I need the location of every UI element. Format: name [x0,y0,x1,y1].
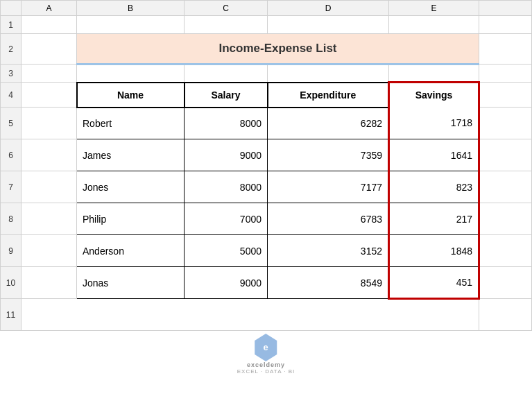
cell-8-salary: 7000 [185,203,268,235]
cell-7-salary: 8000 [185,171,268,203]
cell-8-name: Philip [77,203,185,235]
cell-6-expenditure: 7359 [268,139,389,171]
row-header-6: 6 [1,139,22,171]
col-header-d: D [268,1,389,16]
cell-7-name: Jones [77,171,185,203]
cell-7-savings: 823 [389,171,479,203]
col-header-a: A [22,1,77,16]
row-header-1: 1 [1,16,22,34]
col-header-e: E [389,1,479,16]
row-9: 9 Anderson 5000 3152 1848 [1,235,532,267]
cell-10-expenditure: 8549 [268,267,389,299]
cell-10-name: Jonas [77,267,185,299]
cell-8-savings: 217 [389,203,479,235]
row-header-8: 8 [1,203,22,235]
col-header-b: B [77,1,185,16]
row-header-9: 9 [1,235,22,267]
row-header-11: 11 [1,299,22,331]
cell-9-savings: 1848 [389,235,479,267]
svg-text:e: e [264,342,268,352]
cell-9-name: Anderson [77,235,185,267]
row-7: 7 Jones 8000 7177 823 [1,171,532,203]
row-header-2: 2 [1,34,22,65]
watermark-text-line1: exceldemy [247,361,285,368]
header-salary: Salary [185,83,268,108]
watermark-text-line2: EXCEL · DATA · BI [237,368,295,375]
row-4: 4 Name Salary Expenditure Savings [1,83,532,108]
cell-10-savings: 451 [389,267,479,299]
col-header-extra [479,1,532,16]
cell-8-expenditure: 6783 [268,203,389,235]
title-cell: Income-Expense List [77,34,479,65]
corner-cell [1,1,22,16]
cell-6-salary: 9000 [185,139,268,171]
spreadsheet: A B C D E 1 2 Income [0,0,532,394]
row-6: 6 James 9000 7359 1641 [1,139,532,171]
cell-7-expenditure: 7177 [268,171,389,203]
cell-9-salary: 5000 [185,235,268,267]
header-savings: Savings [389,83,479,108]
row-11: 11 [1,299,532,331]
row-10: 10 Jonas 9000 8549 451 [1,267,532,299]
cell-5-name: Robert [77,108,185,139]
cell-5-savings: 1718 [389,108,479,139]
row-3: 3 [1,65,532,83]
watermark-logo: e [250,331,281,361]
cell-9-expenditure: 3152 [268,235,389,267]
row-2: 2 Income-Expense List [1,34,532,65]
row-8: 8 Philip 7000 6783 217 [1,203,532,235]
header-name: Name [77,83,185,108]
row-1: 1 [1,16,532,34]
cell-6-name: James [77,139,185,171]
row-header-10: 10 [1,267,22,299]
cell-6-savings: 1641 [389,139,479,171]
cell-5-salary: 8000 [185,108,268,139]
watermark: e exceldemy EXCEL · DATA · BI [237,331,295,375]
row-header-7: 7 [1,171,22,203]
row-header-5: 5 [1,108,22,139]
row-header-4: 4 [1,83,22,108]
row-5: 5 Robert 8000 6282 1718 [1,108,532,139]
col-header-c: C [185,1,268,16]
cell-10-salary: 9000 [185,267,268,299]
header-expenditure: Expenditure [268,83,389,108]
cell-5-expenditure: 6282 [268,108,389,139]
row-header-3: 3 [1,65,22,83]
